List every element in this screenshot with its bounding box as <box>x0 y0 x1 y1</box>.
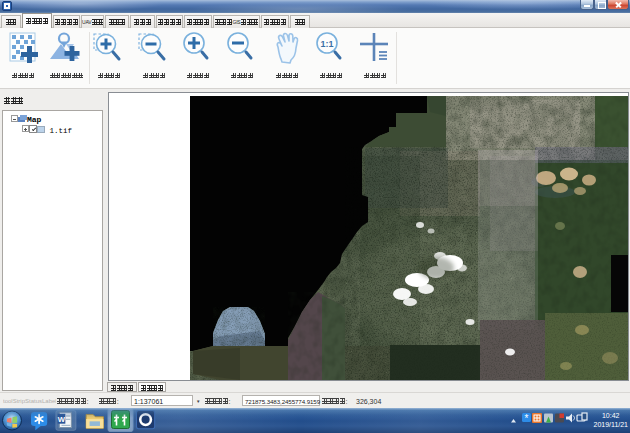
svg-text:*: * <box>525 413 529 424</box>
svg-text:1:1: 1:1 <box>320 39 333 49</box>
